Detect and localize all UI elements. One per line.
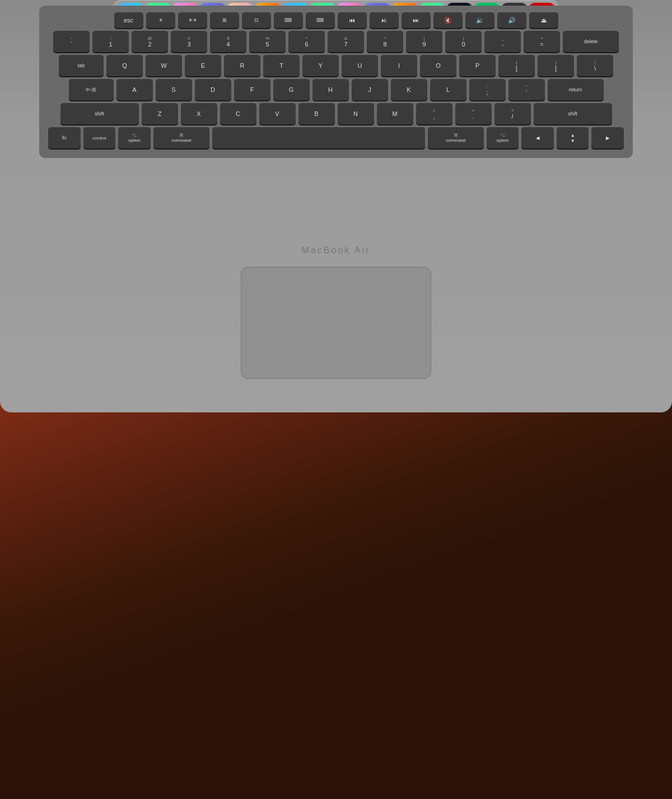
key-eject[interactable]: ⏏ [529, 12, 558, 28]
key-f11[interactable]: 🔉 [465, 12, 494, 28]
fn-key-row: esc ☀ ☀☀ ⊞ ⊡ ⌨ ⌨ ⏮ ⏯ ⏭ 🔇 🔉 🔊 ⏏ [48, 12, 624, 28]
key-lbracket[interactable]: {[ [498, 55, 535, 76]
key-s[interactable]: S [156, 79, 192, 100]
key-backtick[interactable]: ~` [53, 31, 90, 52]
key-y[interactable]: Y [302, 55, 339, 76]
key-5[interactable]: %5 [249, 31, 286, 52]
key-delete[interactable]: delete [563, 31, 619, 52]
key-k[interactable]: K [391, 79, 427, 100]
key-f1[interactable]: ☀ [146, 12, 175, 28]
key-c[interactable]: C [220, 103, 256, 124]
key-g[interactable]: G [273, 79, 310, 100]
key-b[interactable]: B [298, 103, 335, 124]
key-fn[interactable]: fn [48, 127, 81, 148]
key-2[interactable]: @2 [132, 31, 168, 52]
key-f8[interactable]: ⏯ [370, 12, 399, 28]
key-i[interactable]: I [381, 55, 417, 76]
key-arrow-left[interactable]: ◄ [521, 127, 554, 148]
key-3[interactable]: #3 [171, 31, 207, 52]
key-minus[interactable]: _- [484, 31, 521, 52]
key-comma[interactable]: «, [416, 103, 452, 124]
key-o[interactable]: O [420, 55, 456, 76]
key-f12[interactable]: 🔊 [497, 12, 526, 28]
key-4[interactable]: $4 [210, 31, 246, 52]
key-period[interactable]: ». [455, 103, 492, 124]
key-rbracket[interactable]: }] [538, 55, 574, 76]
key-f9[interactable]: ⏭ [402, 12, 431, 28]
key-command-left[interactable]: ⌘ command [153, 127, 209, 148]
key-t[interactable]: T [263, 55, 300, 76]
key-arrows-updown[interactable]: ▲ ▼ [557, 127, 589, 148]
key-return[interactable]: return [548, 79, 604, 100]
key-e[interactable]: E [185, 55, 221, 76]
key-semicolon[interactable]: :; [469, 79, 506, 100]
key-f4[interactable]: ⊡ [242, 12, 271, 28]
key-6[interactable]: ^6 [288, 31, 325, 52]
key-caps[interactable]: 中/英 [69, 79, 114, 100]
key-f6[interactable]: ⌨ [306, 12, 335, 28]
keyboard: esc ☀ ☀☀ ⊞ ⊡ ⌨ ⌨ ⏮ ⏯ ⏭ 🔇 🔉 🔊 ⏏ ~` !1 @2 … [39, 6, 633, 158]
bottom-key-row: fn control ⌥ option ⌘ command ⌘ command … [48, 127, 624, 148]
key-tab[interactable]: tab [59, 55, 104, 76]
key-space[interactable] [212, 127, 425, 148]
key-a[interactable]: A [116, 79, 153, 100]
key-f[interactable]: F [234, 79, 270, 100]
key-j[interactable]: J [352, 79, 388, 100]
key-x[interactable]: X [181, 103, 217, 124]
key-z[interactable]: Z [142, 103, 178, 124]
key-r[interactable]: R [224, 55, 260, 76]
key-slash[interactable]: ?/ [494, 103, 531, 124]
key-p[interactable]: P [459, 55, 496, 76]
key-m[interactable]: M [377, 103, 413, 124]
key-v[interactable]: V [259, 103, 296, 124]
zxcv-key-row: shift Z X C V B N M «, ». ?/ shift [48, 103, 624, 124]
touchpad[interactable] [241, 267, 431, 379]
key-u[interactable]: U [342, 55, 378, 76]
key-option-left[interactable]: ⌥ option [118, 127, 151, 148]
key-1[interactable]: !1 [92, 31, 129, 52]
key-l[interactable]: L [430, 79, 466, 100]
key-8[interactable]: *8 [367, 31, 403, 52]
macbook-body: 🐟 ⊞ 📍 👤 ✉ 📷 📹 🗓 📝 🛒 🎮 ✈ 🌲 💬 📦 🗑 小红书 esc … [0, 0, 672, 412]
macbook-brand-label: MacBook Air [302, 245, 371, 256]
key-0[interactable]: )0 [445, 31, 482, 52]
key-lshift[interactable]: shift [60, 103, 139, 124]
key-f2[interactable]: ☀☀ [178, 12, 207, 28]
key-w[interactable]: W [146, 55, 182, 76]
key-rshift[interactable]: shift [534, 103, 612, 124]
key-7[interactable]: &7 [328, 31, 364, 52]
asdf-key-row: 中/英 A S D F G H J K L :; "' return [48, 79, 624, 100]
key-backslash[interactable]: |\ [577, 55, 613, 76]
key-equals[interactable]: += [524, 31, 560, 52]
key-9[interactable]: (9 [406, 31, 442, 52]
key-f10[interactable]: 🔇 [433, 12, 463, 28]
number-key-row: ~` !1 @2 #3 $4 %5 ^6 &7 *8 (9 )0 _- += d… [48, 31, 624, 52]
key-f3[interactable]: ⊞ [210, 12, 239, 28]
key-f5[interactable]: ⌨ [274, 12, 303, 28]
qwerty-key-row: tab Q W E R T Y U I O P {[ }] |\ [48, 55, 624, 76]
key-quote[interactable]: "' [508, 79, 545, 100]
key-esc[interactable]: esc [114, 12, 143, 28]
key-d[interactable]: D [195, 79, 231, 100]
key-f7[interactable]: ⏮ [338, 12, 367, 28]
key-q[interactable]: Q [106, 55, 143, 76]
key-arrow-right[interactable]: ► [591, 127, 624, 148]
key-h[interactable]: H [312, 79, 349, 100]
key-option-right[interactable]: ⌥ option [487, 127, 519, 148]
key-control[interactable]: control [83, 127, 116, 148]
key-command-right[interactable]: ⌘ command [428, 127, 484, 148]
key-n[interactable]: N [338, 103, 374, 124]
